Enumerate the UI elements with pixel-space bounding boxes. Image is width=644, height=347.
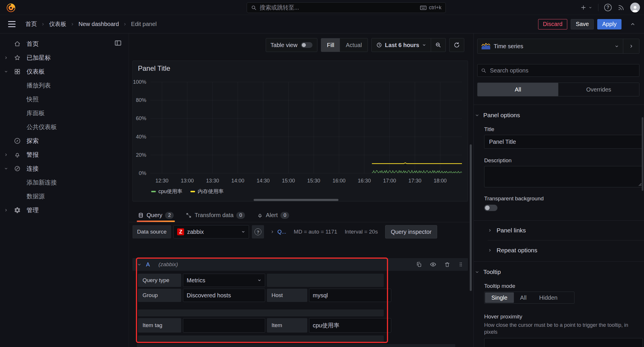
sidebar-item-dashboards[interactable]: 仪表板 [0, 65, 129, 79]
drag-handle-icon[interactable] [458, 262, 463, 267]
breadcrumb-item[interactable]: New dashboard [78, 21, 119, 27]
discard-button[interactable]: Discard [538, 19, 568, 29]
tab-overrides[interactable]: Overrides [558, 83, 639, 96]
options-search-box[interactable] [477, 64, 639, 77]
tooltip-mode-single[interactable]: Single [485, 292, 514, 303]
tab-transform-data[interactable]: Transform data 0 [185, 208, 246, 222]
grafana-logo-icon[interactable] [6, 2, 16, 13]
help-button[interactable]: ? [604, 4, 612, 11]
section-panel-links[interactable]: Panel links [488, 227, 644, 234]
preview-panel: 0%20%40%60%80%100%12:3013:0013:3014:0014… [132, 61, 468, 202]
section-panel-options[interactable]: Panel options [475, 112, 644, 119]
options-search-input[interactable] [489, 67, 636, 74]
horizontal-scrollbar[interactable] [254, 199, 338, 201]
viz-suggestions-button[interactable] [623, 39, 639, 53]
time-series-chart[interactable]: 0%20%40%60%80%100%12:3013:0013:3014:0014… [133, 61, 468, 202]
section-repeat-options[interactable]: Repeat options [488, 247, 644, 254]
host-input[interactable]: mysql [309, 289, 391, 302]
tooltip-mode-switch: Single All Hidden [484, 292, 574, 304]
datasource-picker[interactable]: Z zabbix [173, 225, 249, 238]
item-tag-input[interactable] [183, 318, 265, 333]
tab-all[interactable]: All [478, 83, 558, 96]
fill-option[interactable]: Fill [321, 38, 340, 52]
group-input[interactable]: Discovered hosts [183, 289, 265, 302]
sidebar-collapse-icon[interactable] [114, 39, 122, 47]
hover-proximity-field[interactable] [484, 338, 643, 347]
section-tooltip[interactable]: Tooltip [475, 268, 644, 275]
sidebar-item-data-sources[interactable]: 数据源 [0, 189, 129, 203]
chevron-right-icon [270, 230, 274, 234]
query-options-toggle[interactable]: Q... [270, 229, 286, 235]
tab-alert[interactable]: Alert 0 [256, 208, 290, 222]
svg-text:13:00: 13:00 [181, 178, 194, 184]
zoom-out-button[interactable] [431, 38, 445, 52]
actual-option[interactable]: Actual [340, 38, 368, 52]
sidebar-item-snapshots[interactable]: 快照 [0, 92, 129, 106]
global-search-input[interactable]: 搜索或跳转至... ctrl+k [247, 2, 446, 13]
resize-handle-icon[interactable] [638, 183, 642, 186]
breadcrumb-item[interactable]: 仪表板 [49, 20, 66, 28]
apply-button[interactable]: Apply [597, 19, 621, 29]
sidebar-item-label: 首页 [27, 40, 39, 48]
page-header: 首页 仪表板 New dashboard Edit panel Discard … [0, 15, 644, 33]
time-range-label: Last 6 hours [385, 42, 419, 48]
hover-proximity-input[interactable] [488, 341, 639, 347]
sidebar-item-playlists[interactable]: 播放列表 [0, 79, 129, 92]
query-inspector-button[interactable]: Query inspector [385, 225, 437, 238]
sidebar-item-public-dashboards[interactable]: 公共仪表板 [0, 120, 129, 134]
tooltip-mode-all[interactable]: All [514, 292, 533, 303]
news-rss-button[interactable] [617, 4, 624, 11]
time-range-controls: Last 6 hours [371, 38, 446, 52]
shortcut-hint: ctrl+k [420, 5, 441, 11]
legend-item-memory[interactable]: 内存使用率 [190, 188, 224, 195]
tooltip-mode-hidden[interactable]: Hidden [533, 292, 564, 303]
datasource-help-button[interactable]: ? [252, 225, 264, 238]
breadcrumb-item[interactable]: 首页 [25, 20, 37, 28]
item-tag-label: Item tag [138, 318, 181, 333]
table-view-toggle[interactable] [301, 42, 312, 48]
duplicate-query-icon[interactable] [416, 262, 422, 267]
item-input[interactable]: cpu使用率 [309, 318, 391, 333]
zoom-out-icon [435, 42, 441, 48]
new-button[interactable] [580, 4, 592, 11]
empty-row-bar [138, 335, 384, 342]
sidebar-item-starred[interactable]: 已加星标 [0, 51, 129, 65]
sidebar-item-library-panels[interactable]: 库面板 [0, 106, 129, 120]
svg-text:17:30: 17:30 [408, 178, 421, 184]
collapse-options-button[interactable] [630, 21, 636, 27]
menu-toggle-button[interactable] [8, 21, 16, 27]
sidebar-item-alerting[interactable]: 警报 [0, 148, 129, 162]
panel-title-input[interactable] [488, 138, 639, 145]
vertical-scrollbar[interactable] [470, 144, 472, 291]
panel-title-field[interactable] [484, 135, 643, 149]
delete-query-trash-icon[interactable] [444, 262, 450, 267]
panel-title[interactable]: Panel Title [138, 64, 170, 72]
sidebar-item-label: 连接 [27, 165, 39, 173]
query-row-header[interactable]: A (zabbix) [132, 258, 468, 271]
description-textarea[interactable] [484, 166, 643, 187]
sidebar-item-explore[interactable]: 探索 [0, 134, 129, 148]
sidebar-item-administration[interactable]: 管理 [0, 203, 129, 217]
legend-swatch [151, 191, 156, 192]
legend-item-cpu[interactable]: cpu使用率 [151, 188, 182, 195]
save-button[interactable]: Save [571, 19, 594, 29]
plus-icon [580, 4, 587, 11]
tab-query[interactable]: Query 2 [137, 208, 175, 222]
user-avatar[interactable] [630, 3, 640, 12]
time-range-picker[interactable]: Last 6 hours [372, 38, 431, 52]
visualization-select[interactable]: Time series [478, 39, 623, 53]
sidebar-item-connections[interactable]: 连接 [0, 162, 129, 176]
hover-proximity-help: How close the cursor must be to a point … [484, 322, 634, 336]
item-label: Item [267, 318, 307, 333]
chevron-right-icon [629, 44, 634, 48]
home-icon [14, 40, 21, 47]
refresh-button[interactable] [449, 38, 464, 52]
query-type-select[interactable]: Metrics [183, 274, 265, 287]
transparent-bg-toggle[interactable] [484, 205, 497, 211]
database-icon [138, 212, 144, 218]
sidebar-item-add-connection[interactable]: 添加新连接 [0, 176, 129, 189]
hide-response-eye-icon[interactable] [430, 261, 436, 268]
datasource-bar: Data source Z zabbix ? Q... MD = auto = … [132, 225, 437, 238]
options-pane-scrollbar[interactable] [642, 117, 643, 191]
sidebar-item-home[interactable]: 首页 [0, 37, 129, 51]
